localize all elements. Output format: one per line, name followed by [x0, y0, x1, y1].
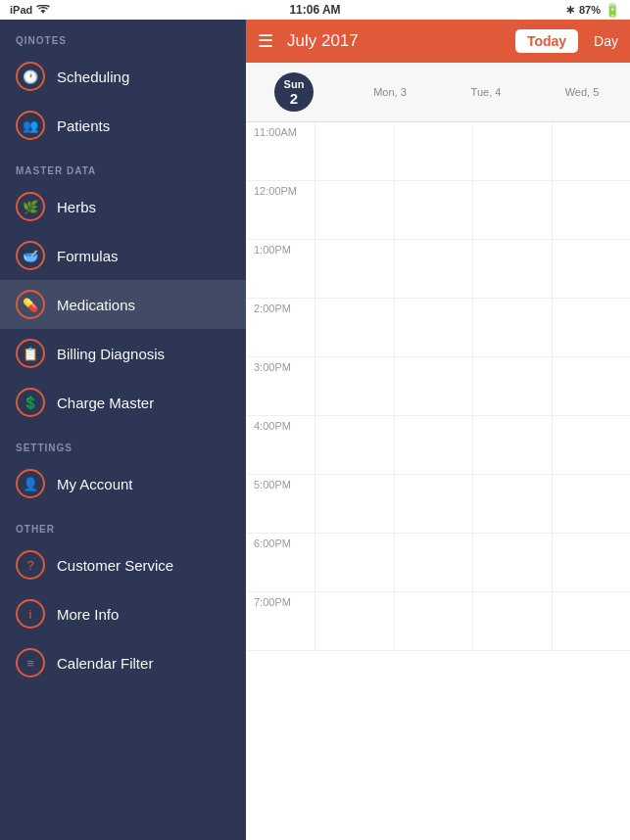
sidebar-item-more-info[interactable]: iMore Info: [0, 589, 246, 638]
status-bar-left: iPad: [10, 4, 50, 16]
time-columns: [315, 592, 630, 650]
billing-diagnosis-icon: 📋: [16, 339, 45, 368]
status-bar-right: ∗ 87% 🔋: [565, 3, 620, 18]
today-button[interactable]: Today: [515, 29, 578, 53]
time-cell[interactable]: [552, 592, 631, 650]
time-cell[interactable]: [315, 475, 394, 533]
time-cell[interactable]: [472, 357, 552, 415]
time-columns: [315, 299, 630, 356]
time-row: 6:00PM: [246, 534, 630, 592]
time-row: 2:00PM: [246, 299, 630, 357]
time-cell[interactable]: [552, 534, 631, 591]
day-header-wed[interactable]: Wed, 5: [534, 63, 630, 121]
my-account-label: My Account: [57, 476, 133, 492]
day-header-sun[interactable]: Sun2: [246, 63, 342, 121]
formulas-icon: 🥣: [16, 241, 45, 270]
charge-master-label: Charge Master: [57, 395, 154, 411]
sidebar-item-my-account[interactable]: 👤My Account: [0, 459, 246, 508]
time-cell[interactable]: [315, 592, 394, 650]
medications-label: Medications: [57, 297, 135, 313]
time-columns: [315, 416, 630, 474]
time-cell[interactable]: [315, 416, 394, 474]
sidebar-item-billing-diagnosis[interactable]: 📋Billing Diagnosis: [0, 329, 246, 378]
time-cell[interactable]: [552, 299, 631, 356]
time-cell[interactable]: [394, 240, 473, 298]
sidebar-item-herbs[interactable]: 🌿Herbs: [0, 182, 246, 231]
time-cell[interactable]: [472, 416, 552, 474]
time-row: 11:00AM: [246, 122, 630, 181]
time-cell[interactable]: [472, 122, 552, 180]
time-label: 12:00PM: [246, 181, 315, 197]
scheduling-icon: 🕐: [16, 62, 45, 91]
time-cell[interactable]: [394, 534, 473, 591]
time-cell[interactable]: [552, 240, 631, 298]
time-cell[interactable]: [315, 240, 394, 298]
time-cell[interactable]: [394, 299, 473, 356]
calendar-header: ☰ July 2017 Today Day: [246, 20, 630, 63]
status-bar: iPad 11:06 AM ∗ 87% 🔋: [0, 0, 630, 20]
sidebar-item-charge-master[interactable]: 💲Charge Master: [0, 378, 246, 427]
charge-master-icon: 💲: [16, 388, 45, 417]
sidebar-item-patients[interactable]: 👥Patients: [0, 101, 246, 150]
herbs-icon: 🌿: [16, 192, 45, 221]
day-name: Wed, 5: [565, 86, 600, 98]
time-cell[interactable]: [394, 181, 473, 239]
time-cell[interactable]: [472, 592, 552, 650]
time-row: 5:00PM: [246, 475, 630, 534]
calendar-filter-icon: ≡: [16, 648, 45, 677]
sidebar-section-label: OTHER: [0, 508, 246, 540]
patients-label: Patients: [57, 117, 110, 134]
sidebar-section-label: SETTINGS: [0, 427, 246, 459]
calendar-area: ☰ July 2017 Today Day Sun2Mon, 3Tue, 4We…: [246, 20, 630, 840]
day-header-tue[interactable]: Tue, 4: [438, 63, 534, 121]
time-cell[interactable]: [315, 534, 394, 591]
time-cell[interactable]: [552, 475, 631, 533]
time-cell[interactable]: [552, 416, 631, 474]
bluetooth-icon: ∗: [565, 3, 575, 17]
time-cell[interactable]: [394, 592, 473, 650]
time-columns: [315, 357, 630, 415]
patients-icon: 👥: [16, 111, 45, 140]
time-row: 12:00PM: [246, 181, 630, 240]
day-header-mon[interactable]: Mon, 3: [342, 63, 438, 121]
day-number: 2: [290, 90, 298, 107]
time-cell[interactable]: [472, 299, 552, 356]
time-cell[interactable]: [394, 475, 473, 533]
time-columns: [315, 475, 630, 533]
time-cell[interactable]: [472, 240, 552, 298]
time-row: 1:00PM: [246, 240, 630, 299]
time-label: 6:00PM: [246, 534, 315, 549]
sidebar-item-customer-service[interactable]: ?Customer Service: [0, 540, 246, 589]
time-cell[interactable]: [472, 534, 552, 591]
time-cell[interactable]: [315, 299, 394, 356]
app-body: QINOTES🕐Scheduling👥PatientsMASTER DATA🌿H…: [0, 20, 630, 840]
time-cell[interactable]: [394, 357, 473, 415]
hamburger-icon[interactable]: ☰: [258, 30, 273, 52]
time-cell[interactable]: [472, 475, 552, 533]
day-button[interactable]: Day: [594, 33, 618, 49]
day-name: Tue, 4: [471, 86, 502, 98]
day-name: Sun: [284, 78, 305, 90]
time-label: 4:00PM: [246, 416, 315, 432]
time-cell[interactable]: [315, 181, 394, 239]
time-cell[interactable]: [315, 357, 394, 415]
sidebar: QINOTES🕐Scheduling👥PatientsMASTER DATA🌿H…: [0, 20, 246, 840]
status-bar-time: 11:06 AM: [289, 3, 340, 17]
calendar-title: July 2017: [287, 31, 506, 51]
time-grid[interactable]: 11:00AM12:00PM1:00PM2:00PM3:00PM4:00PM5:…: [246, 122, 630, 840]
time-cell[interactable]: [394, 122, 473, 180]
sidebar-item-medications[interactable]: 💊Medications: [0, 280, 246, 329]
time-label: 11:00AM: [246, 122, 315, 138]
time-cell[interactable]: [552, 357, 631, 415]
sidebar-item-calendar-filter[interactable]: ≡Calendar Filter: [0, 638, 246, 687]
sidebar-item-formulas[interactable]: 🥣Formulas: [0, 231, 246, 280]
time-cell[interactable]: [552, 122, 631, 180]
time-cell[interactable]: [472, 181, 552, 239]
time-cell[interactable]: [315, 122, 394, 180]
time-cell[interactable]: [394, 416, 473, 474]
time-cell[interactable]: [552, 181, 631, 239]
device-label: iPad: [10, 4, 32, 16]
wifi-icon: [36, 5, 50, 15]
time-row: 7:00PM: [246, 592, 630, 651]
sidebar-item-scheduling[interactable]: 🕐Scheduling: [0, 52, 246, 101]
